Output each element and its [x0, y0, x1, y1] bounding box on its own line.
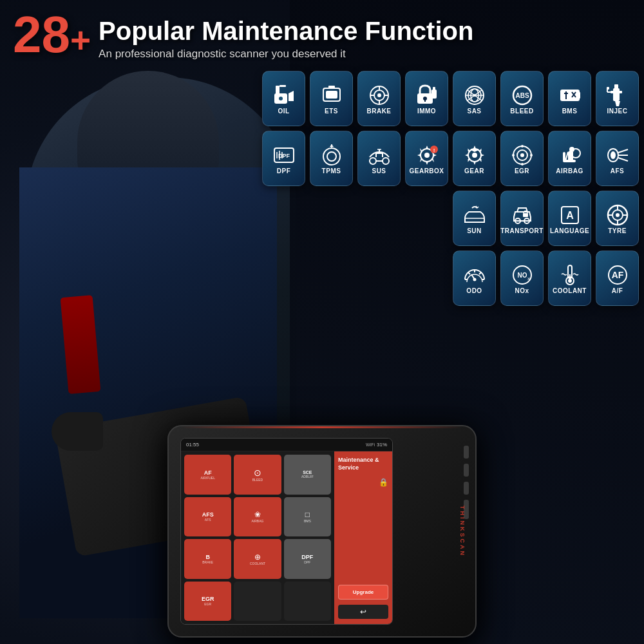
transport-icon [510, 203, 535, 227]
afs-icon [605, 143, 630, 167]
svg-rect-29 [578, 92, 580, 99]
functions-row-1: OIL ETS [252, 71, 639, 126]
device-screen: 01:55 WiFi 31% AF AIR/FUEL [180, 438, 393, 625]
func-ets[interactable]: ETS [310, 71, 353, 126]
screen-app-coolant-icon: ⊕ [254, 553, 261, 562]
svg-point-65 [512, 154, 515, 156]
func-egr[interactable]: EGR [500, 131, 544, 186]
screen-app-bleed-icon: ⊙ [254, 468, 261, 478]
svg-line-76 [618, 158, 628, 161]
screen-upgrade-btn[interactable]: Upgrade [338, 585, 388, 600]
func-egr-label: EGR [515, 167, 529, 175]
func-dpf-label: DPF [277, 167, 291, 175]
func-odo[interactable]: ODO [453, 251, 496, 306]
screen-app-dpf-label: DPF [304, 560, 310, 564]
svg-line-93 [479, 272, 481, 274]
func-tpms-label: TPMS [322, 167, 341, 175]
screen-app-egr-icon: EGR [202, 596, 214, 602]
screen-app-coolant[interactable]: ⊕ COOLANT [234, 539, 281, 579]
screen-app-bleed[interactable]: ⊙ BLEED [234, 455, 281, 495]
sun-icon [462, 203, 487, 227]
screen-app-af[interactable]: AF AIR/FUEL [184, 455, 231, 495]
screen-app-empty-2 [284, 582, 331, 621]
screen-app-airbag-icon: ❀ [254, 510, 261, 519]
screen-app-adblue-label: ADBLIIF [301, 475, 314, 478]
number-badge: 28 + [13, 12, 91, 58]
func-afs[interactable]: AFS [596, 131, 639, 186]
svg-rect-35 [613, 88, 620, 101]
svg-point-53 [424, 153, 430, 158]
odo-icon [462, 263, 487, 287]
func-sun[interactable]: SUN [453, 191, 496, 246]
func-tyre[interactable]: TYRE [596, 191, 639, 246]
svg-text:AF: AF [611, 270, 623, 280]
functions-row-2: DPF DPF TPMS [252, 131, 639, 186]
svg-point-58 [472, 153, 477, 158]
screen-app-brake[interactable]: B BRAKE [184, 539, 231, 579]
screen-app-adblue-icon: SCE [303, 470, 312, 475]
screen-app-egr-label: EGR [204, 602, 211, 606]
dpf-icon: DPF [272, 143, 296, 167]
svg-line-68 [565, 152, 568, 161]
device-btn-3[interactable] [464, 482, 469, 495]
svg-text:ABS: ABS [515, 92, 529, 99]
svg-point-102 [568, 279, 572, 283]
screen-app-af-icon: AF [204, 469, 212, 476]
screen-app-airbag[interactable]: ❀ AIRBAG [234, 497, 281, 537]
device-btn-2[interactable] [464, 464, 469, 477]
svg-rect-17 [431, 90, 437, 99]
nox-icon: NO x [510, 263, 535, 287]
func-gearbox[interactable]: ! GEARBOX [405, 131, 448, 186]
func-nox[interactable]: NO x NOx [500, 251, 544, 306]
svg-point-9 [377, 93, 381, 97]
func-sus[interactable]: SUS [357, 131, 401, 186]
screen-back-btn[interactable]: ↩ [338, 605, 388, 619]
svg-rect-28 [560, 90, 580, 101]
screen-apps-grid: AF AIR/FUEL ⊙ BLEED SCE ADBLIIF [181, 451, 334, 624]
svg-point-49 [383, 158, 389, 164]
func-bms-label: BMS [562, 108, 578, 115]
func-afs-label: AFS [611, 167, 625, 175]
svg-point-46 [327, 152, 336, 161]
func-sas-label: SAS [467, 108, 481, 115]
func-gear[interactable]: GEAR [453, 131, 496, 186]
bleed-icon: ABS [510, 83, 535, 108]
func-af[interactable]: AF A/F [596, 251, 639, 306]
func-brake[interactable]: BRAKE [357, 71, 401, 126]
device-brand-label: THINKSCAN [459, 506, 466, 557]
func-airbag[interactable]: AIRBAG [548, 131, 591, 186]
func-transport[interactable]: TRANSPORT [500, 191, 544, 246]
svg-rect-36 [611, 91, 622, 93]
bms-icon [558, 83, 582, 108]
device-btn-1[interactable] [464, 446, 469, 459]
func-transport-label: TRANSPORT [500, 227, 544, 234]
screen-app-brake-label: BRAKE [202, 560, 213, 564]
func-bleed[interactable]: ABS BLEED [500, 71, 544, 126]
screen-app-afs[interactable]: AFS AFS [184, 497, 231, 537]
screen-app-bms[interactable]: □ BMS [284, 497, 331, 537]
screen-app-egr[interactable]: EGR EGR [184, 582, 231, 621]
func-bms[interactable]: BMS [548, 71, 591, 126]
svg-rect-5 [326, 91, 337, 99]
func-language[interactable]: A LANGUAGE [548, 191, 591, 246]
screen-app-af-label: AIR/FUEL [200, 476, 215, 480]
screen-app-afs-icon: AFS [202, 511, 214, 518]
af-icon: AF [605, 263, 630, 287]
func-dpf[interactable]: DPF DPF [262, 131, 305, 186]
func-airbag-label: AIRBAG [556, 167, 583, 175]
func-oil[interactable]: OIL [262, 71, 305, 126]
func-tpms[interactable]: TPMS [310, 131, 353, 186]
functions-row-4: ODO NO x NOx [252, 251, 639, 306]
sas-icon [462, 83, 487, 108]
svg-rect-16 [424, 99, 426, 102]
svg-rect-0 [276, 86, 279, 95]
svg-point-2 [279, 97, 283, 100]
svg-rect-6 [328, 86, 335, 89]
screen-app-adblue[interactable]: SCE ADBLIIF [284, 455, 331, 495]
func-injec[interactable]: INJEC [596, 71, 639, 126]
func-sas[interactable]: SAS [453, 71, 496, 126]
func-immo[interactable]: IMMO [405, 71, 448, 126]
svg-text:x: x [527, 276, 530, 281]
func-coolant[interactable]: COOLANT [548, 251, 591, 306]
screen-app-dpf[interactable]: DPF DPF [284, 539, 331, 579]
